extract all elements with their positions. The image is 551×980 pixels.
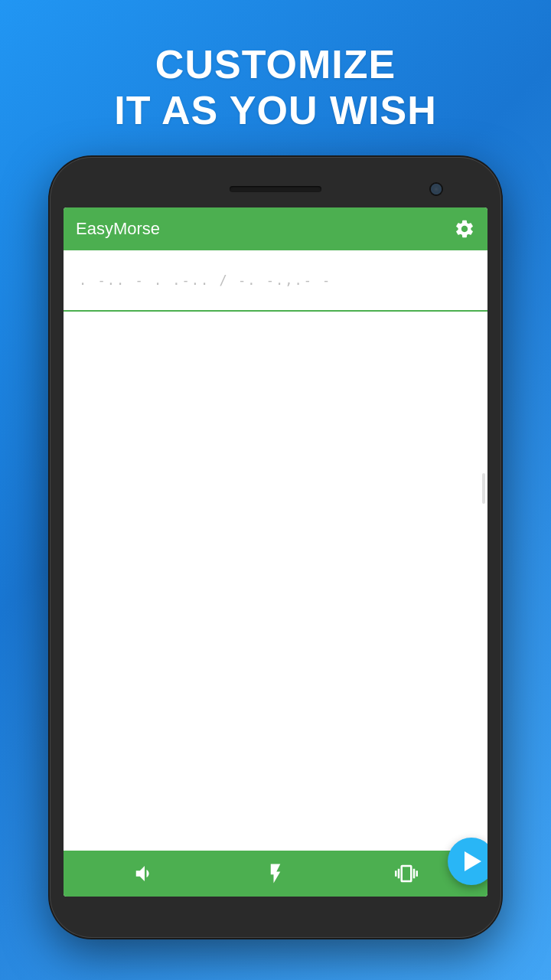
phone-bottom-bezel [64,897,487,924]
play-icon [465,851,481,871]
hero-title-line2: IT AS YOU WISH [114,88,436,134]
phone-top-bezel [64,171,487,207]
flash-button[interactable] [264,862,287,885]
volume-icon [133,862,156,885]
flash-icon [264,862,287,885]
vibrate-button[interactable] [395,862,418,885]
gear-icon [454,218,475,240]
hero-section: CUSTOMIZE IT AS YOU WISH [114,42,436,134]
main-content-area[interactable] [64,312,487,851]
morse-text: . -.. - . .-.. / -. -.,.- - [79,273,331,288]
phone-mockup: EasyMorse . -.. - . .-.. / -. -.,.- - [50,157,501,938]
scrollbar [482,473,485,504]
volume-button[interactable] [133,862,156,885]
hero-title-line1: CUSTOMIZE [114,42,436,88]
bottom-toolbar [64,851,487,897]
morse-display-area[interactable]: . -.. - . .-.. / -. -.,.- - [64,250,487,312]
phone-screen: EasyMorse . -.. - . .-.. / -. -.,.- - [64,207,487,897]
app-title: EasyMorse [76,219,454,239]
app-toolbar: EasyMorse [64,207,487,250]
speaker-grille [230,186,321,192]
play-fab-button[interactable] [448,838,487,885]
front-camera [431,184,442,194]
settings-button[interactable] [454,218,475,240]
vibrate-icon [395,862,418,885]
